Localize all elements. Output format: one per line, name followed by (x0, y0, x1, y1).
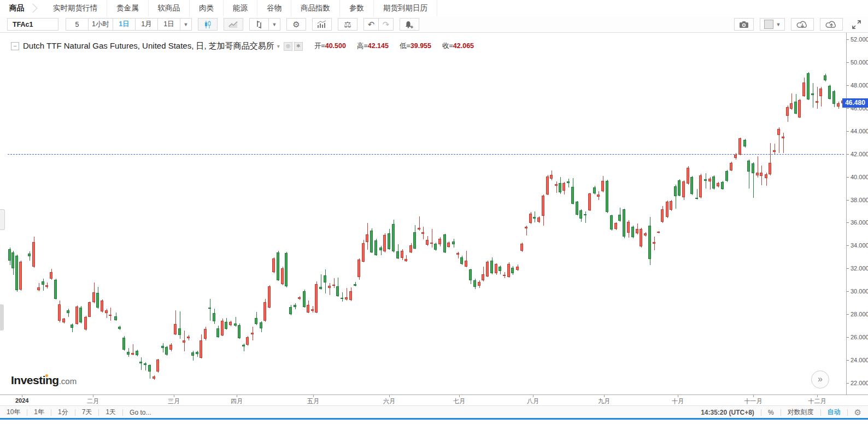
menu-item-6[interactable]: 能源 (224, 0, 257, 16)
candle-body (161, 346, 164, 348)
fullscreen-button[interactable] (849, 18, 864, 31)
price-axis-tick (847, 291, 849, 292)
range-button-1天[interactable]: 1天 (99, 408, 122, 417)
interval-dropdown-button[interactable]: ▼ (180, 18, 192, 31)
candlestick-chart-type-button[interactable] (198, 18, 218, 31)
menu-item-3[interactable]: 贵金属 (107, 0, 149, 16)
candle-wick (813, 83, 813, 108)
screenshot-button[interactable] (734, 18, 754, 31)
range-button-1年[interactable]: 1年 (27, 408, 51, 417)
auto-scale-button[interactable]: 自动 (821, 408, 847, 417)
time-axis[interactable]: 2024二月三月四月五月六月七月八月九月十月十一月十二月 (0, 394, 868, 406)
indicators-button[interactable] (312, 18, 332, 31)
menu-item-4[interactable]: 软商品 (149, 0, 190, 16)
price-axis-tick (847, 85, 849, 86)
candle-body (418, 228, 420, 229)
candle-wick (43, 279, 44, 291)
chart-options-icon[interactable]: ✱ (294, 42, 303, 51)
left-panel-handle[interactable] (0, 304, 4, 331)
candle-body (54, 280, 57, 299)
scroll-forward-button[interactable]: » (811, 370, 829, 388)
candle-body (529, 214, 532, 223)
save-chart-button[interactable] (820, 18, 843, 31)
candle-body (666, 202, 668, 217)
candle-body (281, 268, 284, 284)
candle-body (328, 286, 331, 287)
menu-item-1[interactable]: 商品 (0, 0, 27, 16)
interval-button-1月[interactable]: 1月 (135, 18, 158, 31)
indicators-icon (317, 20, 327, 28)
ohlc-style-icon[interactable]: ◎ (284, 42, 292, 51)
title-caret-icon[interactable]: ▾ (277, 43, 280, 49)
candle-body (101, 301, 103, 311)
compare-button[interactable]: ⚖ (338, 18, 357, 31)
candle-body (50, 272, 52, 279)
log-scale-button[interactable]: 对数刻度 (781, 408, 820, 417)
alert-button[interactable] (400, 18, 419, 31)
candle-body (511, 268, 514, 273)
redo-button[interactable]: ↷ (378, 18, 394, 31)
candle-body (661, 209, 664, 222)
load-chart-button[interactable] (791, 18, 814, 31)
line-chart-type-button[interactable] (224, 18, 243, 31)
undo-button[interactable]: ↶ (363, 18, 379, 31)
bar-interval-dropdown[interactable]: ▼ (268, 18, 280, 31)
candle-body (118, 327, 121, 329)
percent-scale-button[interactable]: % (761, 409, 781, 416)
cloud-upload-icon (825, 20, 837, 29)
interval-button-1小时[interactable]: 1小时 (88, 18, 113, 31)
candle-body (374, 240, 377, 255)
price-axis-label: 30.000 (851, 288, 868, 295)
candle-body (136, 351, 138, 355)
candle-body (546, 176, 549, 195)
interval-button-5[interactable]: 5 (66, 18, 89, 31)
candle-body (571, 187, 574, 204)
menu-item-8[interactable]: 商品指数 (291, 0, 340, 16)
axis-settings-button[interactable]: ⚙ (848, 408, 868, 417)
range-button-7天[interactable]: 7天 (75, 408, 99, 417)
price-axis-label: 48.000 (851, 82, 868, 89)
chart-title: Dutch TTF Natural Gas Futures, United St… (23, 41, 274, 51)
candle-body (579, 210, 582, 219)
interval-button-1日[interactable]: 1日 (157, 18, 180, 31)
price-axis-tick (847, 108, 849, 109)
candle-body (319, 287, 322, 289)
background-style-button[interactable]: ▼ (760, 18, 785, 31)
candlestick-chart[interactable]: – Dutch TTF Natural Gas Futures, United … (0, 33, 846, 394)
candle-body (366, 234, 368, 242)
menu-item-10[interactable]: 期货到期日历 (374, 0, 437, 16)
candle-body (196, 352, 198, 354)
candle-body (478, 282, 480, 286)
price-axis[interactable]: 52.00050.00048.00046.00044.00042.00040.0… (846, 33, 868, 394)
symbol-input[interactable]: TFAc1 (7, 18, 58, 31)
bar-interval-button[interactable] (249, 18, 269, 31)
candle-body (285, 253, 288, 286)
price-axis-label: 42.000 (851, 151, 868, 157)
candle-body (782, 137, 784, 138)
range-button-1分[interactable]: 1分 (51, 408, 75, 417)
range-button-10年[interactable]: 10年 (0, 408, 27, 417)
candle-body (105, 310, 108, 313)
investing-logo[interactable]: Investing.com (11, 374, 77, 387)
price-axis-tick (847, 177, 849, 178)
collapse-chart-icon[interactable]: – (11, 42, 19, 50)
settings-button[interactable]: ⚙ (286, 18, 306, 31)
candle-body (311, 309, 314, 311)
menu-item-7[interactable]: 谷物 (257, 0, 291, 16)
candle-body (58, 304, 61, 321)
menu-item-5[interactable]: 肉类 (190, 0, 224, 16)
interval-button-1日-active[interactable]: 1日 (113, 18, 136, 31)
candle-body (324, 275, 326, 282)
menu-item-2[interactable]: 实时期货行情 (44, 0, 107, 16)
left-panel-tab[interactable] (0, 209, 5, 230)
candle-body (725, 171, 728, 181)
chart-toolbar: TFAc1 51小时1日1月1日 ▼ ▼ ⚙ ⚖ (0, 16, 868, 33)
candle-body (682, 181, 685, 197)
time-axis-month-label: 十二月 (808, 397, 826, 405)
candle-wick (556, 181, 557, 193)
candle-body (653, 242, 655, 244)
candle-body (773, 150, 776, 152)
scales-icon: ⚖ (344, 20, 351, 28)
goto-date-button[interactable]: Go to... (123, 409, 157, 416)
menu-item-9[interactable]: 参数 (340, 0, 374, 16)
